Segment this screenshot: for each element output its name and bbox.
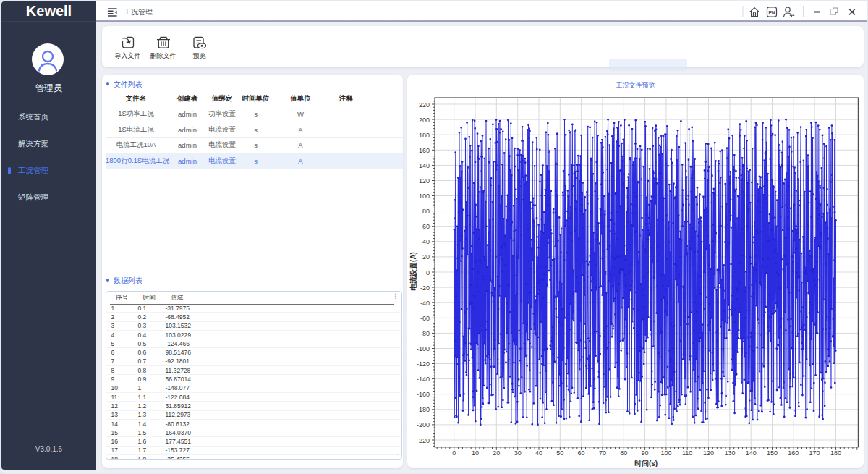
svg-text:110: 110 bbox=[682, 449, 692, 457]
svg-text:40: 40 bbox=[535, 449, 542, 457]
svg-text:120: 120 bbox=[703, 449, 714, 457]
svg-text:100: 100 bbox=[419, 192, 430, 200]
svg-text:90: 90 bbox=[642, 449, 649, 457]
svg-text:-100: -100 bbox=[417, 345, 430, 352]
svg-text:-80: -80 bbox=[420, 330, 430, 337]
svg-text:-200: -200 bbox=[417, 421, 430, 428]
svg-text:-160: -160 bbox=[417, 391, 430, 398]
svg-text:-120: -120 bbox=[417, 360, 430, 368]
svg-text:160: 160 bbox=[788, 449, 799, 457]
svg-text:-180: -180 bbox=[417, 406, 430, 413]
svg-text:60: 60 bbox=[422, 223, 430, 230]
svg-text:180: 180 bbox=[830, 449, 841, 457]
svg-text:220: 220 bbox=[419, 101, 430, 109]
svg-text:70: 70 bbox=[599, 449, 606, 457]
svg-text:120: 120 bbox=[419, 177, 430, 185]
svg-text:100: 100 bbox=[660, 449, 671, 457]
svg-text:-60: -60 bbox=[420, 315, 430, 322]
svg-text:10: 10 bbox=[472, 449, 479, 457]
svg-text:20: 20 bbox=[493, 449, 500, 457]
svg-text:EN: EN bbox=[768, 10, 775, 15]
svg-text:50: 50 bbox=[556, 449, 563, 457]
svg-text:时间(s): 时间(s) bbox=[634, 460, 658, 467]
svg-text:0: 0 bbox=[426, 269, 430, 276]
svg-text:160: 160 bbox=[419, 147, 430, 154]
svg-text:80: 80 bbox=[422, 208, 430, 215]
svg-text:180: 180 bbox=[419, 132, 430, 139]
svg-text:0: 0 bbox=[452, 449, 456, 457]
svg-text:20: 20 bbox=[422, 253, 430, 261]
svg-text:-140: -140 bbox=[417, 376, 430, 383]
svg-text:140: 140 bbox=[746, 449, 757, 457]
svg-text:30: 30 bbox=[514, 449, 522, 457]
svg-text:130: 130 bbox=[724, 449, 735, 457]
svg-text:60: 60 bbox=[578, 449, 585, 457]
svg-text:40: 40 bbox=[422, 238, 430, 245]
svg-text:150: 150 bbox=[767, 449, 778, 457]
svg-text:电流设置(A): 电流设置(A) bbox=[409, 252, 417, 291]
svg-text:140: 140 bbox=[419, 162, 430, 169]
svg-text:-40: -40 bbox=[420, 300, 430, 307]
svg-text:-20: -20 bbox=[420, 284, 430, 292]
svg-text:-220: -220 bbox=[417, 437, 430, 444]
svg-text:200: 200 bbox=[419, 117, 430, 124]
svg-text:80: 80 bbox=[620, 449, 627, 457]
svg-text:170: 170 bbox=[809, 449, 820, 457]
